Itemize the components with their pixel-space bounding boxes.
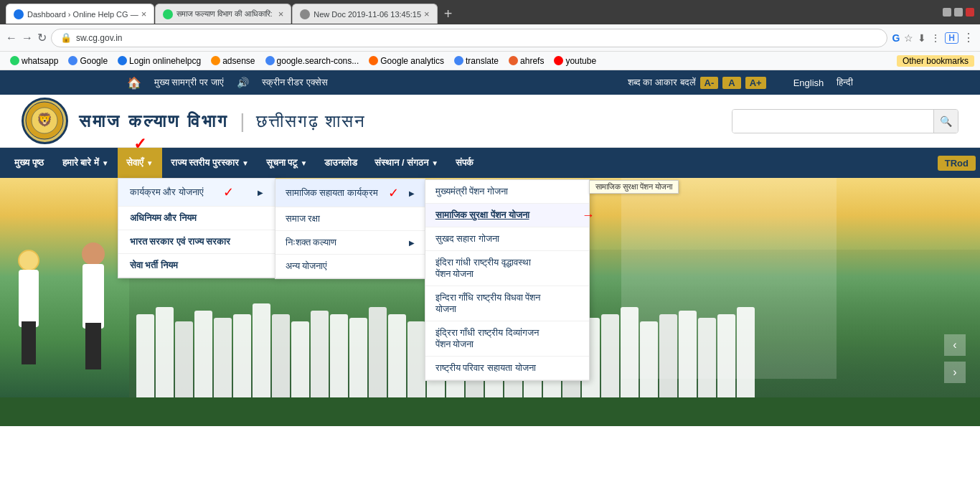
- tab-favicon-2: [163, 9, 173, 19]
- bookmark-adsense[interactable]: adsense: [207, 55, 259, 67]
- site-subtitle: छत्तीसगढ़ शासन: [256, 111, 367, 131]
- pension-indira-vidhwa[interactable]: इन्दिरा गाँधि राष्ट्रीय विधवा पेंशनयोजना: [425, 286, 589, 321]
- analytics-favicon: [369, 56, 378, 65]
- bookmark-youtube[interactable]: youtube: [550, 55, 600, 67]
- screen-reader-link[interactable]: स्क्रीन रीडर एक्सेस: [262, 77, 328, 88]
- pension-samajik-suraksha[interactable]: सामाजिक सुरक्षा पेंशन योजना →: [425, 204, 589, 227]
- new-tab-button[interactable]: +: [438, 6, 458, 21]
- anya-yojnaen[interactable]: अन्य योजनाएं: [275, 255, 425, 278]
- font-large-btn[interactable]: A+: [745, 77, 766, 89]
- bookmark-analytics[interactable]: Google analytics: [364, 55, 448, 67]
- pension-rashtriya-parivar[interactable]: राष्ट्रीय परिवार सहायता योजना: [425, 357, 589, 380]
- search-button[interactable]: 🔍: [933, 110, 958, 133]
- tab-new-doc[interactable]: New Doc 2019-11-06 13:45:15 ×: [292, 4, 437, 24]
- bookmark-google[interactable]: Google: [64, 55, 112, 67]
- tab-title-2: समाज फल्याण विभाग की आधिकारि:: [176, 9, 275, 19]
- youtube-favicon: [554, 56, 563, 65]
- ahrefs-favicon: [509, 56, 518, 65]
- back-button[interactable]: ←: [6, 32, 17, 44]
- hero-prev[interactable]: ‹: [944, 334, 966, 356]
- dropdown-seva-bharti[interactable]: सेवा भर्ती नियम: [118, 254, 275, 278]
- nav-home[interactable]: मुख्य पृष्ठ: [4, 148, 54, 178]
- settings-icon[interactable]: ⋮: [930, 32, 941, 44]
- bookmark-loginhelp[interactable]: Login onlinehelpcg: [113, 55, 205, 67]
- tab-close-1[interactable]: ×: [141, 9, 147, 19]
- window-maximize[interactable]: [954, 8, 963, 16]
- pension-indira-divyang[interactable]: इंद्रिरा गाँधी राष्ट्रीय दिव्यांगजनपेंशन…: [425, 321, 589, 357]
- person-1: [0, 250, 57, 393]
- pension-dropdown: मुख्यमंत्री पेंशन गोजना सामाजिक सुरक्षा …: [425, 179, 590, 381]
- lang-english[interactable]: English: [793, 77, 824, 88]
- forward-button[interactable]: →: [22, 32, 33, 44]
- pension-indira-vridha-label: इंदिरा गांधी राष्ट्रीय वृद्धावस्थापेंशन …: [435, 257, 531, 279]
- refresh-button[interactable]: ↻: [37, 31, 47, 44]
- nav-home-label: मुख्य पृष्ठ: [14, 157, 44, 169]
- samaj-raksha[interactable]: समाज रक्षा: [275, 207, 425, 231]
- search-input[interactable]: [732, 110, 933, 133]
- nishakt-kalyan[interactable]: निःशक्त कल्याण ▶: [275, 231, 425, 255]
- hero-nav: ‹ ›: [944, 334, 966, 383]
- bookmark-translate[interactable]: translate: [450, 55, 503, 67]
- suraksha-arrow: →: [582, 208, 595, 223]
- bookmark-search-console[interactable]: google.search-cons...: [261, 55, 364, 67]
- trod-badge: TRod: [938, 156, 976, 171]
- dropdown-adhiniyam[interactable]: अधिनियम और नियम: [118, 207, 275, 230]
- adsense-favicon: [211, 56, 220, 65]
- nav-download[interactable]: डाउनलोड: [316, 148, 366, 178]
- google-favicon: [68, 56, 77, 65]
- home-icon[interactable]: 🏠: [127, 76, 141, 90]
- translate-favicon: [454, 56, 463, 65]
- other-bookmarks[interactable]: Other bookmarks: [897, 55, 974, 67]
- main-content-link[interactable]: मुख्य सामग्री पर जाएं: [154, 77, 224, 88]
- window-close[interactable]: [966, 8, 974, 16]
- bookmark-ahrefs-label: ahrefs: [520, 56, 544, 66]
- lang-hindi[interactable]: हिन्दी: [837, 77, 853, 88]
- tab-title-3: New Doc 2019-11-06 13:45:15: [314, 10, 421, 19]
- pension-samajik-label: सामाजिक सुरक्षा पेंशन योजना: [435, 209, 529, 220]
- nav-about[interactable]: हमारे बारे में ▼: [54, 148, 118, 178]
- search-container: 🔍: [732, 109, 958, 133]
- pension-indira-vridha[interactable]: इंदिरा गांधी राष्ट्रीय वृद्धावस्थापेंशन …: [425, 251, 589, 286]
- samajik-sahayata[interactable]: सामाजिक सहायता कार्यक्रम ✓ ▶ मुख्यमंत्री…: [275, 179, 425, 207]
- bookmark-ahrefs[interactable]: ahrefs: [504, 55, 548, 67]
- nav-awards-label: राज्य स्तरीय पुरस्कार: [171, 157, 239, 169]
- font-small-btn[interactable]: A-: [700, 77, 719, 89]
- nav-news[interactable]: सूचना पटू ▼: [258, 148, 316, 178]
- svg-text:🦁: 🦁: [37, 112, 53, 128]
- tab-close-3[interactable]: ×: [424, 9, 430, 19]
- address-text: sw.cg.gov.in: [76, 33, 122, 43]
- font-mid-btn[interactable]: A: [722, 77, 740, 89]
- emblem-svg: 🦁: [25, 101, 65, 141]
- bookmark-youtube-label: youtube: [565, 56, 596, 66]
- nav-contact[interactable]: संपर्क: [447, 148, 482, 178]
- bookmark-console-label: google.search-cons...: [277, 56, 359, 66]
- menu-icon[interactable]: ⋮: [963, 31, 974, 44]
- address-bar-container[interactable]: 🔒 sw.cg.gov.in: [51, 29, 887, 47]
- console-favicon: [265, 56, 275, 65]
- bottom-green: [0, 397, 980, 426]
- website-content: 🏠 मुख्य सामग्री पर जाएं 🔊 स्क्रीन रीडर ए…: [0, 70, 980, 426]
- nav-awards[interactable]: राज्य स्तरीय पुरस्कार ▼: [162, 148, 258, 178]
- nav-institution[interactable]: संस्थान / संगठन ▼: [366, 148, 447, 178]
- dropdown-seva-label: सेवा भर्ती नियम: [130, 260, 178, 270]
- anya-label: अन्य योजनाएं: [286, 260, 328, 271]
- lock-icon: 🔒: [60, 32, 72, 43]
- window-minimize[interactable]: [943, 8, 951, 16]
- tab-close-2[interactable]: ×: [278, 9, 284, 19]
- samajik-arrow: ▶: [409, 189, 415, 197]
- tab-dashboard[interactable]: Dashboard › Online Help CG — ×: [6, 4, 154, 24]
- dropdown-bharat-sarkar[interactable]: भारत सरकार एवं राज्य सरकार: [118, 230, 275, 254]
- bookmark-adsense-label: adsense: [222, 56, 255, 66]
- pension-sukhad[interactable]: सुखद सहारा गोजना सामाजिक सुरक्षा पेंशन य…: [425, 227, 589, 251]
- tab-samaj-kalyan[interactable]: समाज फल्याण विभाग की आधिकारि: ×: [155, 4, 291, 24]
- bookmark-icon[interactable]: ☆: [904, 32, 913, 44]
- services-arrow: ▼: [146, 159, 154, 167]
- awards-arrow: ▼: [242, 159, 249, 167]
- translate-icon[interactable]: H: [945, 32, 958, 44]
- bookmark-whatsapp[interactable]: whatsapp: [6, 55, 62, 67]
- pension-mukhyamantri[interactable]: मुख्यमंत्री पेंशन गोजना: [425, 180, 589, 204]
- nav-services[interactable]: सेवाएँ ▼ ✓ कार्यक्रम और योजनाएं ✓ ▶ सामा…: [118, 148, 162, 178]
- hero-next[interactable]: ›: [944, 362, 966, 383]
- download-icon[interactable]: ⬇: [918, 32, 926, 44]
- dropdown-programs[interactable]: कार्यक्रम और योजनाएं ✓ ▶ सामाजिक सहायता …: [118, 179, 275, 207]
